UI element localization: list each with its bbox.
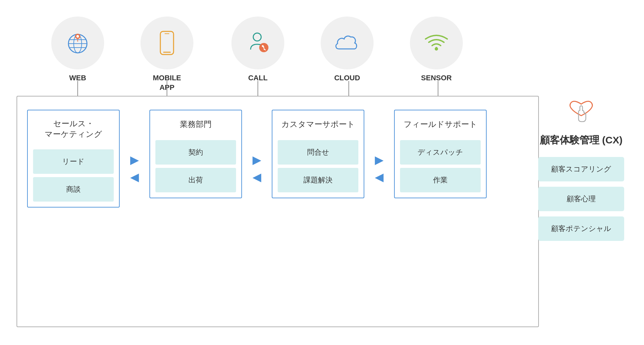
- dept-business: 業務部門 契約 出荷: [149, 110, 242, 198]
- dept-field-title: フィールドサポート: [395, 110, 486, 137]
- svg-point-6: [76, 35, 79, 38]
- dept-field-support: フィールドサポート ディスパッチ 作業: [394, 110, 487, 198]
- web-icon-group: WEB: [51, 17, 104, 83]
- cx-panel: 顧客体験管理 (CX) 顧客スコアリング 顧客心理 顧客ポテンシャル: [532, 93, 631, 246]
- arrow-left-2: ◄: [250, 170, 264, 184]
- mobile-icon-circle: [141, 17, 193, 69]
- call-svg-icon: [245, 30, 271, 56]
- main-container: WEB MOBILEAPP CALL: [0, 0, 644, 345]
- svg-point-11: [253, 33, 261, 41]
- arrow-left-3: ◄: [372, 170, 386, 184]
- sensor-svg-icon: [422, 30, 451, 56]
- sensor-icon-circle: [410, 17, 463, 69]
- arrow-right-3: ►: [372, 153, 386, 167]
- cx-svg-icon: [565, 93, 598, 129]
- cx-title: 顧客体験管理 (CX): [540, 134, 623, 147]
- dept-business-card-ship: 出荷: [155, 168, 236, 192]
- arrow-right-2: ►: [250, 153, 264, 167]
- arrow-left-1: ◄: [127, 170, 142, 184]
- dept-support-title: カスタマーサポート: [272, 110, 364, 137]
- dept-business-card-contract: 契約: [155, 140, 236, 165]
- cloud-label: CLOUD: [334, 73, 360, 83]
- cx-card-scoring: 顧客スコアリング: [538, 157, 624, 181]
- arrows-3-4: ► ◄: [364, 153, 394, 184]
- mobile-svg-icon: [155, 30, 179, 56]
- sensor-label: SENSOR: [421, 73, 452, 83]
- dept-sales-card-lead: リード: [33, 149, 114, 174]
- arrows-1-2: ► ◄: [120, 153, 149, 184]
- dept-sales-title: セールス・マーケティング: [28, 110, 119, 146]
- dept-row: セールス・マーケティング リード 商談 ► ◄ 業務部門 契約 出荷 ► ◄: [27, 110, 487, 208]
- dept-business-title: 業務部門: [150, 110, 241, 137]
- cx-card-potential: 顧客ポテンシャル: [538, 216, 624, 241]
- svg-point-13: [435, 47, 438, 51]
- cloud-icon-circle: [321, 17, 374, 69]
- dept-field-card-dispatch: ディスパッチ: [400, 140, 481, 165]
- cloud-icon-group: CLOUD: [321, 17, 374, 83]
- web-icon-circle: [51, 17, 104, 69]
- main-board: セールス・マーケティング リード 商談 ► ◄ 業務部門 契約 出荷 ► ◄: [17, 96, 539, 327]
- arrow-right-1: ►: [127, 153, 142, 167]
- call-icon-group: CALL: [231, 17, 284, 83]
- sensor-icon-group: SENSOR: [410, 17, 463, 83]
- dept-support-card-inquiry: 問合せ: [278, 140, 358, 165]
- cx-card-psychology: 顧客心理: [538, 187, 624, 211]
- arrows-2-3: ► ◄: [242, 153, 272, 184]
- dept-field-card-work: 作業: [400, 168, 481, 192]
- cx-icon: [565, 93, 598, 129]
- svg-rect-8: [160, 31, 174, 55]
- web-svg-icon: [64, 30, 91, 56]
- cloud-svg-icon: [332, 30, 362, 56]
- call-icon-circle: [231, 17, 284, 69]
- dept-sales-card-deal: 商談: [33, 177, 114, 202]
- dept-sales-marketing: セールス・マーケティング リード 商談: [27, 110, 120, 208]
- dept-customer-support: カスタマーサポート 問合せ 課題解決: [272, 110, 364, 198]
- dept-support-card-resolve: 課題解決: [278, 168, 358, 192]
